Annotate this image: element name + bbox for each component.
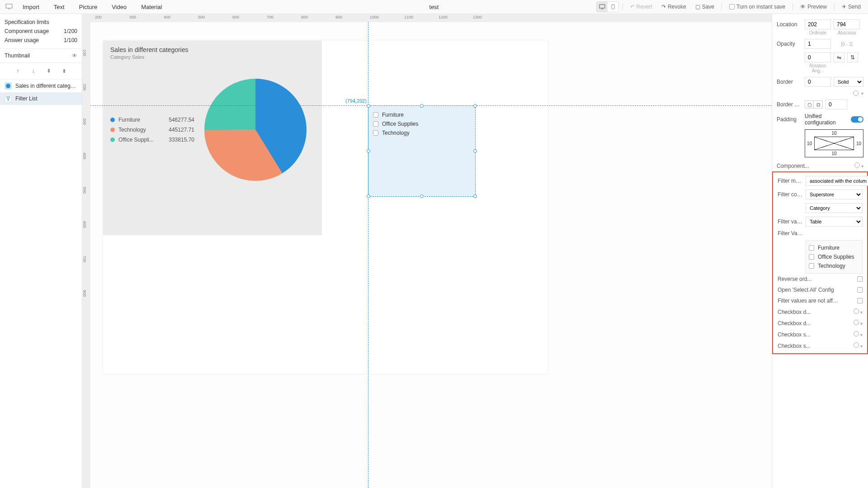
menu-video[interactable]: Video [105,2,133,12]
component-usage-value: 1/200 [64,28,77,34]
border-width-input[interactable] [805,77,831,87]
svg-point-3 [6,84,10,88]
bring-front-icon[interactable]: ⇞ [45,67,52,75]
svg-rect-1 [599,5,605,8]
checkbox-selected-label: Checkbox s... [778,343,811,349]
move-up-icon[interactable]: ↑ [14,67,22,75]
save-button[interactable]: ▢Save [692,2,718,12]
chevron-down-icon: ▾ [861,91,863,96]
checkbox-default-label: Checkbox d... [778,309,811,315]
chart-component[interactable]: Sales in different categories Category S… [103,41,322,235]
menu-picture[interactable]: Picture [73,2,104,12]
filter-dataset-select[interactable]: Superstore [806,190,863,199]
color-swatch[interactable] [854,308,859,314]
ordinate-input[interactable] [805,19,831,29]
unified-padding-toggle[interactable] [851,116,863,123]
component-usage-label: Component usage [5,28,49,34]
revoke-button[interactable]: ↷Revoke [658,2,690,12]
filter-option[interactable]: Furniture [373,110,471,119]
flip-vertical-icon[interactable]: ⇅ [847,52,858,62]
resize-handle-sw[interactable] [367,194,370,198]
color-swatch[interactable] [854,331,859,336]
save-icon: ▢ [695,4,700,10]
filter-column-select[interactable]: Category [806,203,863,213]
border-label: Border [777,79,802,85]
rotation-input[interactable] [805,52,831,62]
top-toolbar: Import Text Picture Video Material test … [0,0,868,14]
desktop-device-button[interactable] [597,2,608,12]
checkbox-icon [809,245,814,251]
border-radius-label: Border Radi... [777,101,802,108]
resize-handle-n[interactable] [420,104,424,108]
filter-value-item[interactable]: Technology [809,261,859,270]
resize-handle-se[interactable] [473,194,477,198]
resize-handle-w[interactable] [367,149,370,153]
checkbox-icon [373,130,378,136]
abscissa-input[interactable] [834,19,860,29]
filter-list-component[interactable]: Furniture Office Supplies Technology [368,105,476,197]
checkbox-icon [809,254,814,260]
thumbnail-label: Thumbnail [5,52,30,59]
filter-icon [6,96,10,101]
canvas[interactable]: 2003004005006007008009001000110012001300… [82,14,772,488]
send-button[interactable]: ✈Send [838,2,864,12]
filter-value-type-select[interactable]: Table [806,217,863,227]
padding-label: Padding [777,116,802,123]
monitor-icon[interactable] [4,1,14,12]
layer-item-filter[interactable]: Filter List [0,92,82,105]
revert-button[interactable]: ↶Revert [627,2,656,12]
eye-icon[interactable]: 👁 [72,52,77,59]
resize-handle-e[interactable] [473,149,477,153]
border-radius-input[interactable] [826,99,847,109]
filter-option[interactable]: Office Supplies [373,119,471,128]
send-icon: ✈ [842,4,846,10]
resize-handle-nw[interactable] [367,104,370,108]
filter-value-list: Furniture Office Supplies Technology [806,240,863,274]
resize-handle-ne[interactable] [473,104,477,108]
checkbox-icon [373,121,378,127]
properties-panel: Location OrdinateAbscissa Opacity [0 - 1… [772,14,868,488]
checkbox-default-label: Checkbox d... [778,320,811,327]
reverse-order-label: Reverse ord... [778,276,811,282]
checkbox-icon [729,4,735,9]
opacity-label: Opacity [777,41,802,47]
filter-value-item[interactable]: Furniture [809,243,859,252]
filter-mode-select[interactable]: associated with the colum [806,176,868,186]
desktop-icon [599,4,605,9]
color-swatch[interactable] [854,342,859,348]
filter-value-item[interactable]: Office Supplies [809,252,859,261]
border-color-swatch[interactable] [853,90,859,96]
chart-subtitle: Category Sales [110,54,315,60]
filter-option[interactable]: Technology [373,128,471,137]
move-down-icon[interactable]: ↓ [30,67,37,75]
flip-horizontal-icon[interactable]: ⇋ [834,52,844,62]
not-affected-checkbox[interactable] [857,298,863,303]
send-back-icon[interactable]: ⇟ [61,67,68,75]
filter-config-section: Filter mode associated with the colum Fi… [772,171,868,354]
menu-import[interactable]: Import [16,2,46,12]
resize-handle-s[interactable] [420,194,424,198]
mobile-device-button[interactable] [608,2,618,12]
not-affected-label: Filter values are not affected by others [778,298,841,304]
layer-item-chart[interactable]: Sales in different catego... [0,80,82,92]
filter-mode-label: Filter mode [778,178,803,184]
filter-value-type-label: Filter value ... [778,218,803,225]
component-section-label: Component... [777,163,809,169]
menu-text[interactable]: Text [47,2,71,12]
opacity-input[interactable] [805,39,831,49]
instant-save-toggle[interactable]: Turn on instant save [726,2,789,12]
padding-diagram: 10 10 10 10 [805,129,863,157]
chevron-down-icon: ▾ [860,344,863,349]
select-all-checkbox[interactable] [857,287,863,293]
menu-material[interactable]: Material [135,2,168,12]
reverse-order-checkbox[interactable] [857,276,863,282]
radius-mode-toggle[interactable]: ▢ ⊡ [805,100,823,109]
redo-icon: ↷ [661,4,666,10]
checkbox-icon [809,263,814,269]
checkbox-icon [373,112,378,118]
color-swatch[interactable] [854,320,859,325]
border-style-select[interactable]: Solid [834,77,863,87]
preview-button[interactable]: 👁Preview [797,2,830,12]
component-color-swatch[interactable] [854,162,860,168]
svg-rect-2 [612,5,614,9]
